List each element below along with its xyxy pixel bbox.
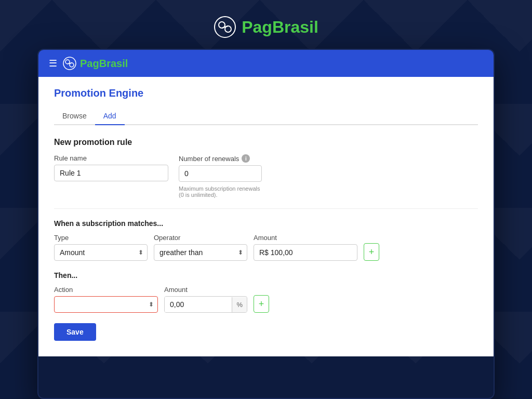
condition-add-button[interactable]: + <box>364 243 379 261</box>
top-logo-text: PagBrasil <box>242 18 318 37</box>
renewals-label-text: Number of renewals <box>179 155 239 163</box>
tabs-container: Browse Add <box>54 108 478 125</box>
rule-name-label: Rule name <box>54 154 168 162</box>
form-row-top: Rule name Number of renewals i Maximum s… <box>54 154 478 198</box>
action-type-group: Action Discount Fixed Price <box>54 286 158 313</box>
device-frame: ☰ PagBrasil Promotion Engine Browse <box>37 49 495 399</box>
form-section-title: New promotion rule <box>54 138 478 147</box>
app-header-logo-text: PagBrasil <box>80 58 128 70</box>
action-select[interactable]: Discount Fixed Price <box>54 296 158 313</box>
rule-name-input[interactable] <box>54 165 168 181</box>
condition-amount-input[interactable] <box>254 244 357 261</box>
action-amount-input[interactable] <box>165 297 232 312</box>
hamburger-icon[interactable]: ☰ <box>49 58 57 69</box>
svg-line-7 <box>68 63 72 64</box>
top-logo-area: PagBrasil <box>214 0 318 49</box>
divider-1 <box>54 208 478 209</box>
save-button[interactable]: Save <box>54 323 96 341</box>
logo-pag: Pag <box>242 18 272 36</box>
type-select-wrapper: Amount Count <box>54 244 148 261</box>
header-logo-pag: Pag <box>80 58 99 69</box>
outer-wrapper: PagBrasil ☰ PagBrasil Promotion En <box>0 0 532 399</box>
condition-row: Type Amount Count Operator greather than <box>54 234 478 261</box>
app-header-logo: PagBrasil <box>62 56 128 71</box>
action-amount-label: Amount <box>164 286 247 294</box>
top-logo-icon <box>214 16 236 38</box>
form-group-renewals: Number of renewals i Maximum subscriptio… <box>179 154 262 198</box>
info-icon[interactable]: i <box>242 154 250 163</box>
action-row: Action Discount Fixed Price Amount <box>54 286 478 313</box>
page-title: Promotion Engine <box>54 87 478 99</box>
renewals-input[interactable] <box>179 165 262 182</box>
app-content: Promotion Engine Browse Add New promotio… <box>38 77 494 356</box>
type-select[interactable]: Amount Count <box>54 244 148 261</box>
tab-add[interactable]: Add <box>95 108 125 125</box>
app-header-logo-icon <box>62 56 77 71</box>
operator-select-wrapper: greather than less than equal to <box>154 244 247 261</box>
amount-suffix: % <box>232 297 247 312</box>
operator-select[interactable]: greather than less than equal to <box>154 244 247 261</box>
action-amount-wrapper: % <box>164 296 247 313</box>
condition-amount-group: Amount <box>254 234 357 261</box>
logo-brasil: Brasil <box>272 18 318 36</box>
condition-amount-label: Amount <box>254 234 357 242</box>
operator-label: Operator <box>154 234 247 242</box>
renewals-hint: Maximum subscription renewals (0 is unli… <box>179 185 262 198</box>
then-subtitle: Then... <box>54 271 478 280</box>
condition-operator-group: Operator greather than less than equal t… <box>154 234 247 261</box>
action-amount-group: Amount % <box>164 286 247 313</box>
action-select-wrapper: Discount Fixed Price <box>54 296 158 313</box>
renewals-label: Number of renewals i <box>179 154 262 163</box>
condition-type-group: Type Amount Count <box>54 234 148 261</box>
action-add-button[interactable]: + <box>254 295 269 313</box>
tab-browse[interactable]: Browse <box>54 108 95 125</box>
type-label: Type <box>54 234 148 242</box>
action-label: Action <box>54 286 158 294</box>
app-header: ☰ PagBrasil <box>38 50 494 77</box>
then-section: Then... Action Discount Fixed Price <box>54 271 478 313</box>
header-logo-brasil: Brasil <box>99 58 128 69</box>
form-group-rule-name: Rule name <box>54 154 168 198</box>
condition-subtitle: When a subscription matches... <box>54 219 478 228</box>
